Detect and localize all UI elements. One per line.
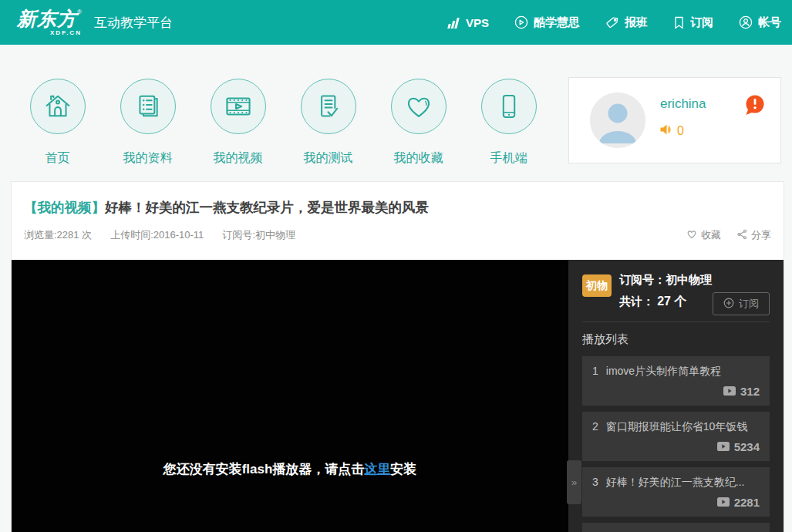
play-circle-icon bbox=[514, 15, 528, 29]
logo-subtext: XDF.CN bbox=[17, 30, 82, 36]
test-icon bbox=[301, 79, 356, 134]
video-player[interactable]: 您还没有安装flash播放器，请点击这里安装 bbox=[12, 260, 568, 532]
playlist-item[interactable]: 1 imove片头制作简单教程 312 bbox=[582, 356, 770, 406]
sidebar-item-favorites[interactable]: 我的收藏 bbox=[373, 79, 463, 167]
film-icon bbox=[211, 79, 266, 134]
nav-item-account[interactable]: 帐号 bbox=[739, 15, 781, 30]
subscribe-button[interactable]: 订阅 bbox=[713, 292, 770, 315]
flash-install-link[interactable]: 这里 bbox=[364, 462, 390, 476]
video-page-card: 【我的视频】好棒！好美的江一燕支教纪录片，爱是世界最美的风景 浏览量:2281 … bbox=[11, 181, 784, 532]
total-count: 27 个 bbox=[657, 295, 686, 308]
quick-nav-label: 手机端 bbox=[490, 150, 527, 167]
home-icon bbox=[30, 79, 86, 134]
sidebar-item-profile[interactable]: 我的资料 bbox=[103, 79, 193, 167]
nav-label: 订阅 bbox=[690, 15, 713, 30]
sidebar-divider bbox=[582, 322, 770, 322]
playlist-item-plays: 2281 bbox=[734, 496, 760, 509]
share-label: 分享 bbox=[751, 228, 771, 242]
tag-icon bbox=[605, 16, 619, 29]
user-panel: erichina 0 bbox=[568, 77, 781, 163]
subscription-header: 初物 订阅号：初中物理 共计： 27 个 订阅 bbox=[582, 273, 770, 310]
flash-message-pre: 您还没有安装flash播放器，请点击 bbox=[163, 462, 365, 476]
player-row: 您还没有安装flash播放器，请点击这里安装 » 初物 订阅号：初中物理 共计：… bbox=[12, 260, 784, 532]
favorite-button[interactable]: 收藏 bbox=[686, 228, 721, 242]
platform-title: 互动教学平台 bbox=[94, 14, 173, 32]
phone-icon bbox=[481, 79, 537, 134]
channel-title: 订阅号：初中物理 bbox=[619, 273, 770, 288]
play-count-icon bbox=[723, 385, 736, 398]
user-icon bbox=[739, 15, 753, 29]
upload-date: 上传时间:2016-10-11 bbox=[110, 228, 204, 242]
quick-nav-label: 我的测试 bbox=[304, 150, 353, 167]
flash-missing-message: 您还没有安装flash播放器，请点击这里安装 bbox=[12, 460, 568, 478]
nav-item-baoban[interactable]: 报班 bbox=[605, 15, 648, 30]
video-title-text: 好棒！好美的江一燕支教纪录片，爱是世界最美的风景 bbox=[105, 200, 429, 215]
speaker-icon bbox=[659, 123, 674, 139]
playlist: 1 imove片头制作简单教程 312 2 窗 bbox=[582, 356, 770, 532]
playlist-title: 播放列表 bbox=[582, 332, 770, 347]
nav-item-vps[interactable]: VPS bbox=[446, 16, 489, 29]
playlist-item[interactable]: 2 窗口期报班能让你省10年饭钱 5234 bbox=[582, 412, 770, 461]
header-nav: VPS 酷学慧思 报班 订阅 bbox=[420, 15, 781, 30]
quick-nav-label: 我的视频 bbox=[214, 150, 263, 167]
message-count: 0 bbox=[677, 124, 684, 138]
plus-circle-icon bbox=[723, 298, 734, 311]
message-count-row[interactable]: 0 bbox=[659, 123, 684, 139]
quick-nav: 首页 我的资料 我的视频 我的测试 我的收藏 bbox=[12, 79, 554, 167]
nav-item-dingyue[interactable]: 订阅 bbox=[673, 15, 713, 30]
play-count-icon bbox=[717, 496, 730, 509]
playlist-item-title: imove片头制作简单教程 bbox=[606, 365, 721, 379]
total-label: 共计： bbox=[619, 295, 654, 308]
username[interactable]: erichina bbox=[660, 96, 706, 112]
playlist-item[interactable]: 3 好棒！好美的江一燕支教纪... 2281 bbox=[582, 467, 770, 517]
playlist-item[interactable]: 4 2016初二物理课改：谁是参... bbox=[582, 523, 770, 532]
xdf-logo[interactable]: 新东方® XDF.CN bbox=[17, 9, 82, 36]
playlist-item-title: 窗口期报班能让你省10年饭钱 bbox=[606, 420, 748, 434]
playlist-item-index: 1 bbox=[592, 365, 598, 379]
playlist-item-index: 2 bbox=[592, 420, 598, 434]
play-count-icon bbox=[717, 440, 730, 453]
avatar[interactable] bbox=[590, 93, 645, 148]
registered-mark: ® bbox=[77, 8, 82, 15]
share-button[interactable]: 分享 bbox=[736, 228, 771, 242]
logo-text: 新东方 bbox=[17, 8, 77, 29]
heart-icon bbox=[391, 79, 447, 134]
sidebar-item-mobile[interactable]: 手机端 bbox=[463, 79, 554, 167]
quick-nav-label: 我的收藏 bbox=[394, 150, 443, 167]
top-header: 新东方® XDF.CN 互动教学平台 VPS 酷学慧思 报班 bbox=[0, 0, 792, 45]
favorite-label: 收藏 bbox=[701, 228, 721, 242]
playlist-sidebar: » 初物 订阅号：初中物理 共计： 27 个 bbox=[568, 260, 784, 532]
nav-label: 酷学慧思 bbox=[534, 15, 580, 30]
nav-item-kuxue[interactable]: 酷学慧思 bbox=[514, 15, 580, 30]
share-icon bbox=[736, 229, 747, 242]
heart-outline-icon bbox=[686, 229, 697, 241]
sidebar-collapse-handle[interactable]: » bbox=[567, 460, 581, 504]
video-actions: 收藏 分享 bbox=[686, 228, 771, 242]
bar-chart-icon bbox=[446, 17, 460, 29]
quick-nav-label: 我的资料 bbox=[123, 150, 173, 167]
nav-label: VPS bbox=[466, 16, 489, 29]
flash-message-post: 安装 bbox=[390, 462, 416, 476]
quick-nav-label: 首页 bbox=[45, 150, 70, 167]
channel-name: 订阅号:初中物理 bbox=[222, 228, 295, 242]
channel-badge: 初物 bbox=[582, 274, 612, 297]
playlist-item-title: 好棒！好美的江一燕支教纪... bbox=[606, 476, 745, 490]
playlist-item-plays: 5234 bbox=[734, 440, 760, 453]
bookmark-icon bbox=[673, 16, 685, 29]
documents-icon bbox=[120, 79, 176, 134]
page: 新东方® XDF.CN 互动教学平台 VPS 酷学慧思 报班 bbox=[0, 0, 792, 532]
subscribe-label: 订阅 bbox=[739, 297, 759, 311]
video-meta-row: 浏览量:2281 次 上传时间:2016-10-11 订阅号:初中物理 收藏 分… bbox=[24, 228, 771, 242]
sidebar-item-videos[interactable]: 我的视频 bbox=[193, 79, 283, 167]
nav-label: 报班 bbox=[625, 15, 648, 30]
sidebar-item-tests[interactable]: 我的测试 bbox=[283, 79, 373, 167]
chevron-right-icon: » bbox=[571, 476, 577, 488]
nav-label: 帐号 bbox=[758, 15, 781, 30]
video-category-tag: 【我的视频】 bbox=[24, 200, 105, 215]
alert-badge-icon[interactable] bbox=[743, 93, 767, 116]
page-title: 【我的视频】好棒！好美的江一燕支教纪录片，爱是世界最美的风景 bbox=[24, 198, 771, 217]
playlist-item-index: 3 bbox=[592, 476, 598, 490]
view-count: 浏览量:2281 次 bbox=[24, 228, 92, 242]
playlist-item-plays: 312 bbox=[740, 385, 760, 398]
sidebar-item-home[interactable]: 首页 bbox=[12, 79, 103, 167]
